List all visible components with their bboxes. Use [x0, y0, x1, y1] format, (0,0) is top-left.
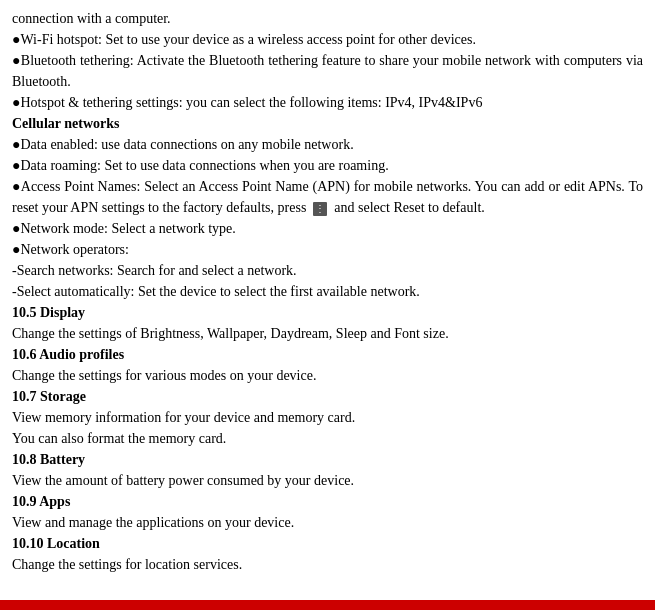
- section-cellular-networks: Cellular networks: [12, 113, 643, 134]
- line-data-roaming: ●Data roaming: Set to use data connectio…: [12, 155, 643, 176]
- line-search-networks: -Search networks: Search for and select …: [12, 260, 643, 281]
- line-apps-desc: View and manage the applications on your…: [12, 512, 643, 533]
- section-location: 10.10 Location: [12, 533, 643, 554]
- line-access-point-names: ●Access Point Names: Select an Access Po…: [12, 176, 643, 218]
- line-battery-desc: View the amount of battery power consume…: [12, 470, 643, 491]
- bottom-bar: [0, 600, 655, 610]
- line-audio-desc: Change the settings for various modes on…: [12, 365, 643, 386]
- section-audio-profiles: 10.6 Audio profiles: [12, 344, 643, 365]
- line-network-operators: ●Network operators:: [12, 239, 643, 260]
- line-network-mode: ●Network mode: Select a network type.: [12, 218, 643, 239]
- line-data-enabled: ●Data enabled: use data connections on a…: [12, 134, 643, 155]
- page-container: connection with a computer. ●Wi-Fi hotsp…: [0, 0, 655, 610]
- section-storage: 10.7 Storage: [12, 386, 643, 407]
- line-select-automatically: -Select automatically: Set the device to…: [12, 281, 643, 302]
- line-bluetooth-tethering: ●Bluetooth tethering: Activate the Bluet…: [12, 50, 643, 92]
- content-area: connection with a computer. ●Wi-Fi hotsp…: [0, 0, 655, 596]
- section-apps: 10.9 Apps: [12, 491, 643, 512]
- section-battery: 10.8 Battery: [12, 449, 643, 470]
- line-hotspot-settings: ●Hotspot & tethering settings: you can s…: [12, 92, 643, 113]
- line-wifi-hotspot: ●Wi-Fi hotspot: Set to use your device a…: [12, 29, 643, 50]
- line-location-desc: Change the settings for location service…: [12, 554, 643, 575]
- section-display: 10.5 Display: [12, 302, 643, 323]
- line-display-desc: Change the settings of Brightness, Wallp…: [12, 323, 643, 344]
- menu-icon: ⋮: [313, 202, 327, 216]
- line-storage-desc2: You can also format the memory card.: [12, 428, 643, 449]
- line-storage-desc1: View memory information for your device …: [12, 407, 643, 428]
- line-connection: connection with a computer.: [12, 8, 643, 29]
